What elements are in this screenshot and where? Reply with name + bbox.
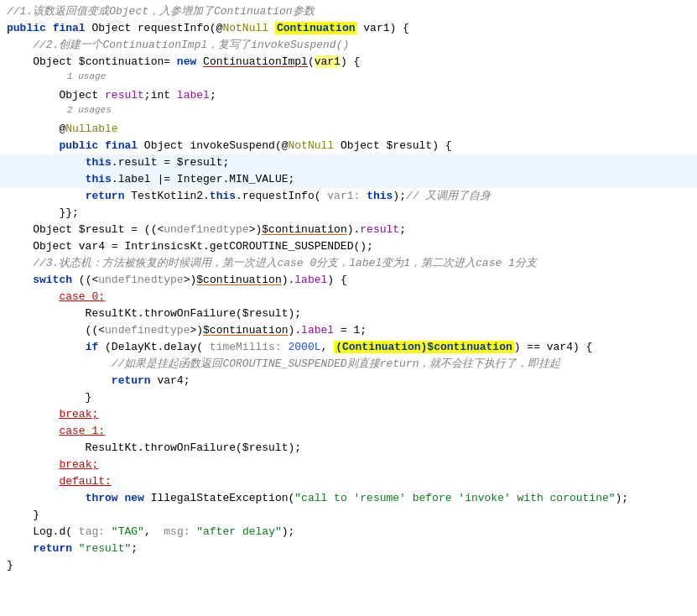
line-9-content: public final Object invokeSuspend(@NotNu…: [7, 138, 690, 154]
line-25: break;: [0, 406, 697, 423]
line-6: Object result;int label;: [0, 87, 697, 104]
line-29-content: default:: [7, 473, 690, 490]
line-26-content: case 1:: [7, 423, 690, 440]
line-18-content: case 0:: [7, 289, 690, 305]
line-21: if (DelayKt.delay( timeMillis: 2000L, (C…: [0, 339, 697, 356]
line-3: //2.创建一个ContinuationImpl，复写了invokeSuspen…: [0, 37, 697, 54]
line-24-content: }: [7, 389, 690, 406]
line-31-content: }: [7, 507, 690, 524]
usage-hint-2: 2 usages: [67, 104, 112, 117]
line-32-content: Log.d( tag: "TAG", msg: "after delay");: [7, 524, 690, 540]
line-21-content: if (DelayKt.delay( timeMillis: 2000L, (C…: [7, 339, 690, 356]
line-usage2: 2 usages: [0, 104, 697, 121]
line-33-content: return "result";: [7, 540, 690, 557]
line-20: ((<undefinedtype>)$continuation).label =…: [0, 322, 697, 339]
line-1: //1.该数返回值变成Object，入参增加了Continuation参数: [0, 3, 697, 20]
line-4-content: Object $continuation= new ContinuationIm…: [7, 54, 690, 70]
line-34: }: [0, 557, 697, 574]
line-27-content: ResultKt.throwOnFailure($result);: [7, 440, 690, 457]
line-11: this.label |= Integer.MIN_VALUE;: [0, 171, 697, 188]
line-usage1: 1 usage: [0, 70, 697, 87]
line-14-content: Object $result = ((<undefinedtype>)$cont…: [7, 222, 690, 238]
line-17-content: switch ((<undefinedtype>)$continuation).…: [7, 272, 690, 289]
line-9: public final Object invokeSuspend(@NotNu…: [0, 138, 697, 154]
line-3-content: //2.创建一个ContinuationImpl，复写了invokeSuspen…: [7, 37, 690, 54]
line-24: }: [0, 389, 697, 406]
line-15: Object var4 = IntrinsicsKt.getCOROUTINE_…: [0, 238, 697, 255]
usage-hint-1: 1 usage: [67, 70, 106, 83]
line-19-content: ResultKt.throwOnFailure($result);: [7, 305, 690, 322]
line-1-content: //1.该数返回值变成Object，入参增加了Continuation参数: [7, 3, 690, 20]
line-34-content: }: [7, 557, 690, 574]
line-22: //如果是挂起函数返回COROUTINE_SUSPENDED则直接return，…: [0, 356, 697, 373]
line-8: @Nullable: [0, 121, 697, 138]
line-13-content: }};: [7, 205, 690, 222]
line-20-content: ((<undefinedtype>)$continuation).label =…: [7, 322, 690, 339]
line-6-content: Object result;int label;: [7, 87, 690, 104]
line-2: public final Object requestInfo(@NotNull…: [0, 20, 697, 37]
line-11-content: this.label |= Integer.MIN_VALUE;: [7, 171, 690, 188]
line-10-content: this.result = $result;: [7, 154, 690, 171]
line-23-content: return var4;: [7, 373, 690, 389]
line-12: return TestKotlin2.this.requestInfo( var…: [0, 188, 697, 205]
line-23: return var4;: [0, 373, 697, 389]
line-16: //3.状态机：方法被恢复的时候调用，第一次进入case 0分支，label变为…: [0, 255, 697, 272]
line-28-content: break;: [7, 457, 690, 473]
line-32: Log.d( tag: "TAG", msg: "after delay");: [0, 524, 697, 540]
line-14: Object $result = ((<undefinedtype>)$cont…: [0, 222, 697, 238]
line-15-content: Object var4 = IntrinsicsKt.getCOROUTINE_…: [7, 238, 690, 255]
line-31: }: [0, 507, 697, 524]
line-29: default:: [0, 473, 697, 490]
line-12-content: return TestKotlin2.this.requestInfo( var…: [7, 188, 690, 205]
line-33: return "result";: [0, 540, 697, 557]
line-28: break;: [0, 457, 697, 473]
line-22-content: //如果是挂起函数返回COROUTINE_SUSPENDED则直接return，…: [7, 356, 690, 373]
line-13: }};: [0, 205, 697, 222]
line-4: Object $continuation= new ContinuationIm…: [0, 54, 697, 70]
line-8-content: @Nullable: [7, 121, 690, 138]
line-10: this.result = $result;: [0, 154, 697, 171]
line-18: case 0:: [0, 289, 697, 305]
line-30-content: throw new IllegalStateException("call to…: [7, 490, 690, 507]
line-16-content: //3.状态机：方法被恢复的时候调用，第一次进入case 0分支，label变为…: [7, 255, 690, 272]
line-2-content: public final Object requestInfo(@NotNull…: [7, 20, 690, 37]
line-30: throw new IllegalStateException("call to…: [0, 490, 697, 507]
code-container: //1.该数返回值变成Object，入参增加了Continuation参数 pu…: [0, 0, 697, 577]
line-25-content: break;: [7, 406, 690, 423]
line-27: ResultKt.throwOnFailure($result);: [0, 440, 697, 457]
line-17: switch ((<undefinedtype>)$continuation).…: [0, 272, 697, 289]
line-26: case 1:: [0, 423, 697, 440]
line-19: ResultKt.throwOnFailure($result);: [0, 305, 697, 322]
